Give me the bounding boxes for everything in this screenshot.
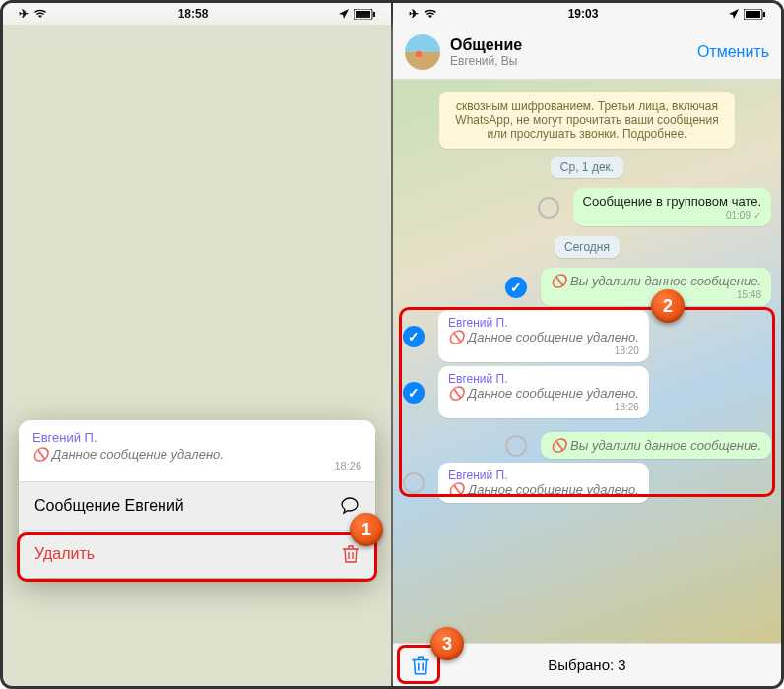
prohibited-icon: 🚫 [33, 447, 48, 462]
annotation-badge-2: 2 [651, 289, 685, 323]
chat-subtitle: Евгений, Вы [450, 54, 697, 68]
menu-reply[interactable]: Сообщение Евгений [19, 482, 375, 531]
svg-rect-5 [763, 12, 765, 17]
message-time: 01:09 [726, 210, 751, 220]
check-icon: ✓ [753, 210, 761, 220]
wifi-icon [33, 9, 47, 19]
sender-name: Евгений П. [33, 430, 361, 445]
status-time: 19:03 [568, 7, 599, 21]
airplane-icon: ✈︎ [19, 7, 29, 21]
message-text: Сообщение в групповом чате. [583, 194, 761, 209]
message-outgoing[interactable]: Сообщение в групповом чате. 01:09✓ [573, 188, 771, 226]
svg-rect-2 [373, 12, 375, 17]
group-avatar[interactable] [405, 34, 440, 70]
cancel-button[interactable]: Отменить [697, 43, 769, 61]
chat-title[interactable]: Общение [450, 36, 697, 54]
quoted-message: Евгений П. 🚫 Данное сообщение удалено. 1… [19, 420, 375, 481]
highlight-box-2 [399, 307, 775, 497]
battery-icon [354, 9, 375, 20]
annotation-badge-3: 3 [430, 627, 464, 660]
date-pill: Ср, 1 дек. [551, 157, 623, 178]
status-time: 18:58 [178, 7, 209, 21]
menu-reply-label: Сообщение Евгений [34, 497, 184, 515]
blurred-chat-background [3, 25, 391, 686]
select-radio-checked[interactable] [505, 277, 527, 298]
chat-header: Общение Евгений, Вы Отменить [393, 25, 781, 80]
selection-count: Выбрано: 3 [548, 657, 625, 673]
message-time: 15:48 [737, 289, 761, 300]
location-icon [339, 9, 349, 19]
encryption-notice[interactable]: сквозным шифрованием. Третьи лица, включ… [439, 92, 735, 149]
location-icon [729, 9, 739, 19]
select-radio[interactable] [538, 197, 559, 219]
battery-icon [744, 9, 765, 20]
date-pill: Сегодня [555, 236, 620, 258]
highlight-box-1 [17, 532, 377, 582]
svg-rect-1 [356, 11, 370, 18]
annotation-badge-1: 1 [350, 513, 383, 546]
prohibited-icon: 🚫 [551, 274, 566, 288]
airplane-icon: ✈︎ [409, 7, 419, 21]
status-bar: ✈︎ 19:03 [393, 3, 781, 25]
speech-bubble-icon [340, 496, 359, 516]
status-bar: ✈︎ 18:58 [3, 3, 391, 25]
deleted-text: Данное сообщение удалено. [52, 447, 224, 462]
svg-rect-4 [746, 11, 760, 18]
message-text: Вы удалили данное сообщение. [570, 274, 761, 288]
wifi-icon [424, 9, 437, 19]
